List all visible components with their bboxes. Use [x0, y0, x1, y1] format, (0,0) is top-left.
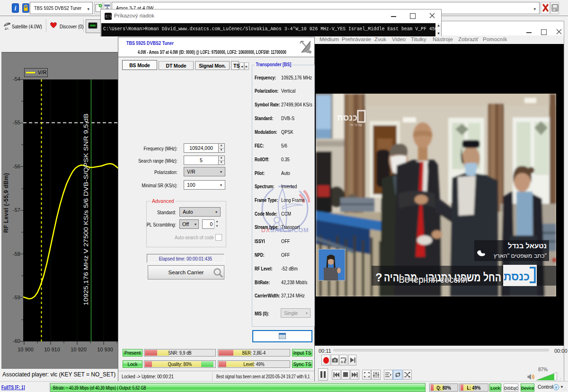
svg-text:Вечерняя сессия: Вечерняя сессия	[399, 274, 468, 285]
svg-text:#: #	[555, 385, 558, 390]
svg-text:נטעאל בנדל: נטעאל בנדל	[508, 242, 547, 250]
svg-text:10925,176 MHz V 27500 KS/s 5/6: 10925,176 MHz V 27500 KS/s 5/6 DVB-S/QPS…	[83, 113, 89, 305]
svg-text:שדור חי: שדור חי	[350, 123, 362, 127]
svg-text:i: i	[15, 5, 17, 12]
svg-text:כתב משפטים "הארץ": כתב משפטים "הארץ"	[494, 253, 547, 259]
svg-text:C:\: C:\	[106, 15, 112, 18]
svg-text:?: ?	[375, 271, 382, 284]
svg-text:A B: A B	[341, 360, 346, 364]
svg-text:כנסת: כנסת	[504, 270, 530, 283]
svg-text:כנסת: כנסת	[337, 113, 357, 122]
